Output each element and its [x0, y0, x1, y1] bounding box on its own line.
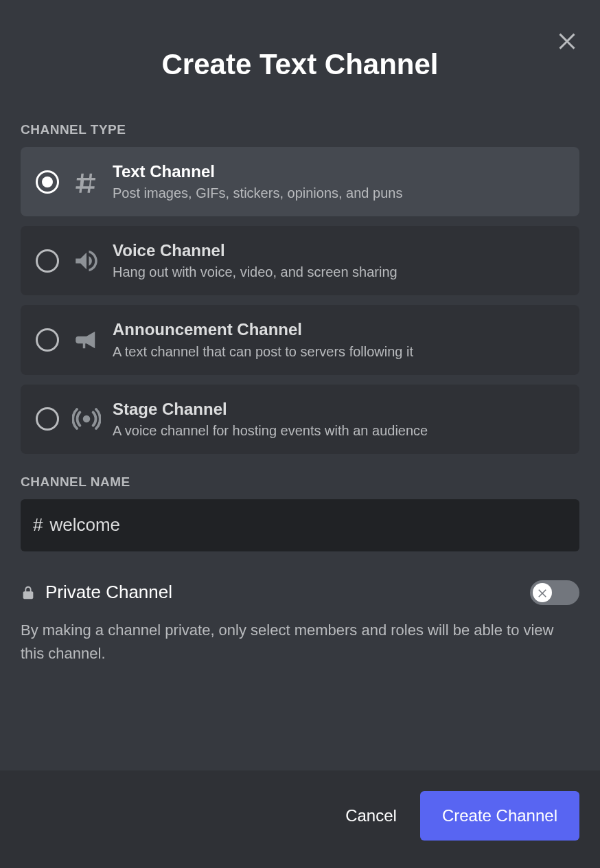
- modal-title: Create Text Channel: [21, 48, 579, 81]
- modal-content: CHANNEL TYPE Text Channel Post images, G…: [0, 102, 600, 770]
- create-channel-button[interactable]: Create Channel: [420, 791, 579, 841]
- close-icon: [555, 27, 579, 52]
- option-text-body: Text Channel Post images, GIFs, stickers…: [113, 161, 564, 203]
- megaphone-icon: [71, 325, 102, 355]
- create-channel-modal: Create Text Channel CHANNEL TYPE Text Ch…: [0, 0, 600, 868]
- channel-name-input[interactable]: [49, 499, 567, 551]
- option-desc: Hang out with voice, video, and screen s…: [113, 262, 564, 282]
- option-desc: A voice channel for hosting events with …: [113, 421, 564, 440]
- radio-announcement[interactable]: [36, 328, 59, 352]
- channel-name-field[interactable]: #: [21, 499, 579, 551]
- svg-point-0: [83, 415, 91, 423]
- toggle-off-icon: [536, 586, 549, 599]
- private-channel-toggle[interactable]: [530, 580, 579, 605]
- private-channel-row: Private Channel: [21, 580, 579, 605]
- option-title: Text Channel: [113, 161, 564, 182]
- channel-type-voice[interactable]: Voice Channel Hang out with voice, video…: [21, 226, 579, 295]
- option-text-body: Announcement Channel A text channel that…: [113, 319, 564, 361]
- private-channel-description: By making a channel private, only select…: [21, 619, 579, 665]
- channel-type-text[interactable]: Text Channel Post images, GIFs, stickers…: [21, 147, 579, 216]
- stage-icon: [71, 404, 102, 434]
- speaker-icon: [71, 246, 102, 276]
- option-desc: Post images, GIFs, stickers, opinions, a…: [113, 183, 564, 203]
- channel-type-stage[interactable]: Stage Channel A voice channel for hostin…: [21, 385, 579, 454]
- option-title: Voice Channel: [113, 240, 564, 261]
- option-desc: A text channel that can post to servers …: [113, 342, 564, 361]
- option-title: Announcement Channel: [113, 319, 564, 340]
- option-text-body: Stage Channel A voice channel for hostin…: [113, 398, 564, 440]
- toggle-thumb: [533, 583, 552, 602]
- option-text-body: Voice Channel Hang out with voice, video…: [113, 240, 564, 282]
- channel-type-label: CHANNEL TYPE: [21, 122, 579, 137]
- lock-icon: [21, 584, 36, 602]
- private-channel-label: Private Channel: [45, 582, 530, 603]
- close-button[interactable]: [555, 27, 579, 52]
- channel-name-label: CHANNEL NAME: [21, 475, 579, 490]
- modal-footer: Cancel Create Channel: [0, 770, 600, 868]
- option-title: Stage Channel: [113, 398, 564, 420]
- modal-header: Create Text Channel: [0, 0, 600, 102]
- hash-icon: [71, 167, 102, 197]
- hash-prefix-icon: #: [33, 514, 43, 536]
- cancel-button[interactable]: Cancel: [345, 806, 397, 825]
- channel-type-announcement[interactable]: Announcement Channel A text channel that…: [21, 305, 579, 374]
- radio-voice[interactable]: [36, 249, 59, 273]
- radio-stage[interactable]: [36, 407, 59, 431]
- radio-text[interactable]: [36, 170, 59, 194]
